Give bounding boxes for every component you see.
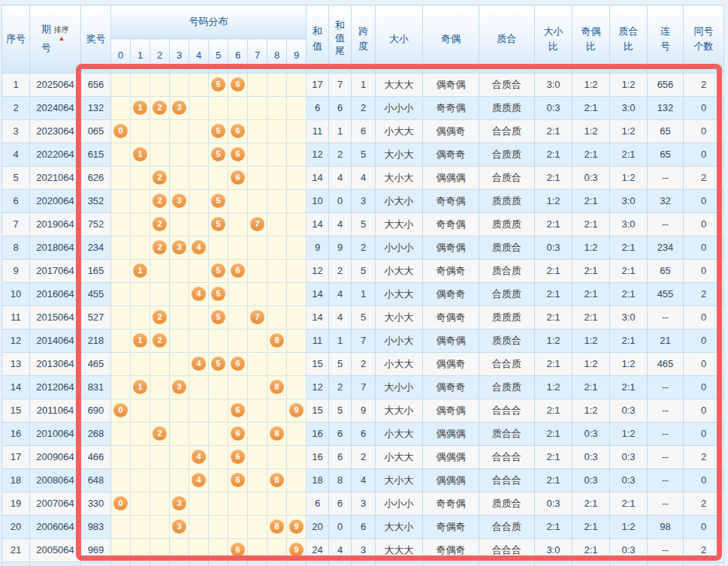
lottery-ball-6: 6 [231, 170, 245, 185]
digit-cell-3 [170, 143, 189, 166]
digit-cell-1 [131, 212, 150, 236]
size-pattern: 小大小 [376, 189, 423, 212]
size-pattern: 小大大 [376, 352, 423, 375]
digit-cell-3 [170, 166, 189, 189]
digit-cell-6: 6 [228, 73, 248, 96]
period-number: 2009064 [30, 445, 81, 468]
digit-cell-4 [189, 96, 209, 119]
period-number: 2017064 [30, 259, 81, 282]
sum-tail-value: 4 [329, 166, 352, 189]
lottery-ball-4: 4 [192, 240, 206, 254]
parity-pattern: 奇偶奇 [423, 259, 479, 282]
prize-number: 615 [81, 143, 111, 166]
parity-pattern: 奇奇偶 [423, 189, 479, 212]
sum-value: 16 [307, 445, 329, 468]
lottery-ball-2: 2 [153, 101, 167, 115]
sum-value: 14 [307, 212, 329, 236]
prize-number: 234 [81, 236, 111, 259]
size-pattern: 小小小 [376, 492, 423, 515]
lottery-ball-1: 1 [133, 147, 147, 161]
sum-tail-value: 8 [329, 468, 352, 492]
row-index: 10 [2, 282, 30, 306]
size-ratio: 0:3 [535, 492, 572, 515]
lottery-ball-3: 3 [172, 194, 186, 208]
digit-cell-7 [248, 492, 267, 515]
lottery-ball-2: 2 [153, 217, 167, 231]
header-digit-0: 0 [111, 39, 131, 73]
size-ratio: 1:2 [535, 375, 572, 399]
row-index: 15 [2, 399, 30, 422]
digit-cell-9 [287, 96, 307, 119]
digit-cell-2: 2 [150, 236, 170, 259]
consecutive-number: -- [648, 445, 684, 468]
consecutive-number: 98 [648, 515, 684, 538]
digit-cell-8: 8 [267, 329, 287, 352]
lottery-ball-9: 9 [289, 543, 304, 557]
digit-cell-9 [287, 352, 307, 375]
digit-cell-1 [131, 236, 150, 259]
digit-cell-9: 9 [287, 515, 307, 538]
lottery-ball-2: 2 [153, 310, 167, 324]
digit-cell-4 [189, 259, 209, 282]
digit-cell-7 [248, 166, 267, 189]
digit-cell-2 [150, 445, 170, 468]
header-digit-1: 1 [131, 39, 150, 73]
digit-cell-8 [267, 166, 287, 189]
lottery-ball-6: 6 [231, 473, 245, 487]
digit-cell-1 [131, 422, 150, 445]
digit-cell-1: 1 [131, 375, 150, 399]
size-pattern: 大大小 [376, 399, 423, 422]
prime-pattern: 合质合 [479, 73, 535, 96]
digit-cell-3 [170, 468, 189, 492]
period-number: 2012064 [30, 375, 81, 399]
digit-cell-2 [150, 282, 170, 306]
digit-cell-8: 8 [267, 468, 287, 492]
parity-pattern: 偶奇偶 [423, 399, 479, 422]
span-value: 7 [352, 375, 376, 399]
sum-tail-value: 2 [329, 143, 352, 166]
prize-number: 969 [81, 538, 111, 561]
sum-value: 12 [307, 375, 329, 399]
table-row: 7 2019064 752 2 5 7 14 4 5 大大小 奇奇偶 质质质 2… [2, 212, 724, 236]
table-row: 11 2015064 527 2 5 7 14 4 5 大小大 奇偶奇 质质质 … [2, 306, 724, 329]
size-ratio: 2:1 [535, 143, 572, 166]
prime-ratio: 0:3 [610, 399, 648, 422]
parity-ratio: 2:1 [572, 306, 610, 329]
row-index: 19 [2, 492, 30, 515]
lottery-ball-6: 6 [231, 124, 245, 138]
digit-cell-4 [189, 492, 209, 515]
parity-ratio: 0:3 [572, 422, 610, 445]
size-ratio: 2:1 [535, 399, 572, 422]
digit-cell-4 [189, 166, 209, 189]
sort-control[interactable]: 排序 ▲ [54, 26, 69, 42]
row-index: 17 [2, 445, 30, 468]
lottery-ball-0: 0 [113, 496, 128, 510]
digit-cell-0 [111, 212, 131, 236]
span-value: 7 [352, 329, 376, 352]
table-row: 15 2011064 690 0 6 9 15 5 9 大大小 偶奇偶 合合合 … [2, 399, 724, 422]
digit-cell-5 [209, 468, 228, 492]
digit-cell-6 [228, 515, 248, 538]
digit-cell-6: 6 [228, 352, 248, 375]
digit-cell-5 [209, 236, 228, 259]
digit-cell-6: 6 [228, 538, 248, 561]
header-period[interactable]: 期 号 排序 ▲ [30, 5, 81, 74]
digit-cell-0 [111, 73, 131, 96]
digit-cell-1 [131, 515, 150, 538]
lottery-ball-2: 2 [153, 426, 167, 441]
consecutive-number: -- [648, 538, 684, 561]
digit-cell-5: 5 [209, 212, 228, 236]
size-pattern: 小大大 [376, 422, 423, 445]
consecutive-number: 455 [648, 282, 684, 306]
digit-cell-1 [131, 468, 150, 492]
digit-cell-8: 8 [267, 422, 287, 445]
header-sum-tail: 和 值 尾 [329, 5, 352, 74]
prime-pattern: 合质合 [479, 166, 535, 189]
digit-cell-9 [287, 73, 307, 96]
table-row: 14 2012064 831 1 3 8 12 2 7 大小小 偶奇奇 合质质 … [2, 375, 724, 399]
prime-ratio: 1:2 [610, 119, 648, 143]
digit-cell-5: 5 [209, 306, 228, 329]
lottery-ball-9: 9 [289, 519, 304, 534]
prime-ratio: 0:3 [610, 538, 648, 561]
same-count: 0 [684, 189, 724, 212]
